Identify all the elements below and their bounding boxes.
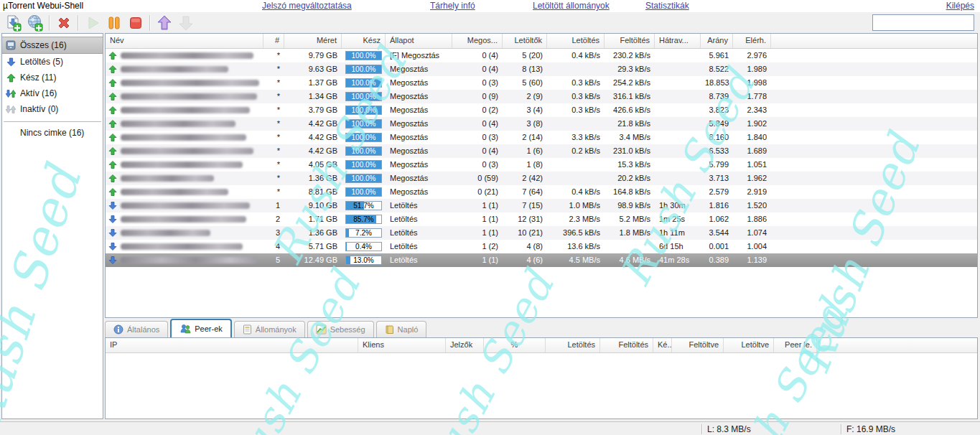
statistics-link[interactable]: Statisztikák — [645, 1, 689, 11]
seeds-cell: 1 (1) — [452, 226, 503, 240]
column-header-client[interactable]: Kliens — [358, 338, 446, 352]
progress-bar: 100.0% — [345, 119, 382, 128]
search-input[interactable] — [873, 17, 980, 28]
progress-percent-label: 7.2% — [346, 229, 381, 238]
torrent-row[interactable]: *1.36 GB100.0%Megosztás0 (59)2 (42)20.2 … — [106, 172, 977, 185]
column-header-num[interactable]: # — [263, 34, 284, 48]
torrent-row[interactable]: 512.49 GB13.0%Letöltés1 (1)4 (6)4.5 MB/s… — [106, 253, 977, 267]
sidebar-item-downloading[interactable]: Letöltés (5) — [2, 54, 103, 70]
sidebar-item-active[interactable]: Aktív (16) — [2, 85, 103, 101]
status-cell: Letöltés — [386, 212, 452, 226]
change-password-link[interactable]: Jelszó megváltoztatása — [262, 1, 352, 11]
column-header-peers[interactable]: Letöltők — [503, 34, 547, 48]
move-up-queue-button[interactable] — [154, 14, 174, 32]
progress-percent-label: 13.0% — [346, 256, 381, 265]
column-header-status[interactable]: Állapot — [386, 34, 452, 48]
column-header-seeds[interactable]: Megos... — [452, 34, 503, 48]
column-header-req[interactable]: Ké... — [653, 338, 672, 352]
sidebar-item-no-label[interactable]: Nincs cimke (16) — [2, 125, 103, 141]
torrent-row[interactable]: 21.71 GB85.7%Letöltés1 (1)12 (31)2.3 MB/… — [106, 212, 977, 226]
downloading-arrow-icon — [108, 215, 117, 224]
torrent-row[interactable]: *8.81 GB100.0%Megosztás0 (21)7 (64)0.4 k… — [106, 185, 977, 199]
redacted-torrent-name — [121, 93, 257, 100]
torrent-row[interactable]: *4.42 GB100.0%Megosztás0 (4)3 (8)21.8 kB… — [106, 117, 977, 131]
column-header-ul[interactable]: Feltöltés — [600, 338, 653, 352]
seeds-cell: 0 (4) — [452, 62, 503, 76]
move-down-queue-button[interactable] — [176, 14, 196, 32]
column-header-ul[interactable]: Feltöltés — [605, 34, 655, 48]
column-header-avail[interactable]: Elérh. — [733, 34, 771, 48]
disk-space-info-link[interactable]: Tárhely infó — [430, 1, 475, 11]
column-header-percent[interactable]: % — [484, 338, 546, 352]
torrent-name-cell — [106, 76, 263, 90]
eta-cell — [655, 76, 701, 90]
remove-torrent-button[interactable] — [54, 14, 74, 32]
column-header-size[interactable]: Méret — [284, 34, 342, 48]
column-header-ip[interactable]: IP — [106, 338, 358, 352]
upload-speed-cell: 29.3 kB/s — [605, 62, 655, 76]
queue-number-cell: 1 — [263, 199, 284, 212]
torrent-row[interactable]: *4.05 GB100.0%Megosztás0 (3)1 (8)15.3 kB… — [106, 158, 977, 172]
progress-percent-label: 100.0% — [346, 120, 381, 128]
torrent-row[interactable]: 31.36 GB7.2%Letöltés1 (1)10 (21)396.5 kB… — [106, 226, 977, 240]
torrent-row[interactable]: *1.34 GB100.0%Megosztás0 (9)2 (9)0.3 kB/… — [106, 90, 977, 103]
tab-general[interactable]: Általános — [105, 321, 168, 337]
sidebar-item-inactive[interactable]: Inaktív (0) — [2, 101, 103, 117]
progress-bar: 100.0% — [345, 133, 382, 142]
download-speed-cell: 396.5 kB/s — [547, 226, 605, 240]
availability-cell: 2.976 — [733, 49, 771, 62]
column-header-done[interactable]: Kész — [342, 34, 386, 48]
size-cell: 9.79 GB — [284, 49, 342, 62]
seeds-cell: 0 (4) — [452, 49, 503, 62]
tab-peers[interactable]: Peer-ek — [170, 319, 232, 337]
start-button[interactable] — [83, 14, 103, 32]
column-header-dl[interactable]: Letöltés — [547, 34, 605, 48]
size-cell: 12.49 GB — [284, 253, 342, 267]
upload-speed-status: F: 16.9 MB/s — [842, 422, 980, 435]
progress-bar: 100.0% — [345, 106, 382, 115]
column-header-flags[interactable]: Jelzők — [446, 338, 484, 352]
column-header-name[interactable]: Név — [106, 34, 263, 48]
tab-files[interactable]: Állományok — [234, 321, 305, 337]
torrent-row[interactable]: 45.71 GB0.4%Letöltés1 (2)4 (8)13.6 kB/s6… — [106, 240, 977, 253]
status-cell: Megosztás — [386, 103, 452, 117]
torrent-row[interactable]: *4.42 GB100.0%Megosztás0 (3)2 (14)3.3 kB… — [106, 131, 977, 144]
stop-button[interactable] — [126, 14, 146, 32]
column-header-dl[interactable]: Letöltés — [546, 338, 600, 352]
column-header-downloaded[interactable]: Letöltve — [724, 338, 774, 352]
pause-button[interactable] — [104, 14, 124, 32]
downloaded-files-link[interactable]: Letöltött állományok — [533, 1, 610, 11]
torrent-row[interactable]: 19.10 GB51.7%Letöltés1 (1)7 (15)1.0 MB/s… — [106, 199, 977, 212]
add-torrent-url-button[interactable] — [25, 14, 45, 32]
exit-link[interactable]: Kilépés — [946, 1, 974, 11]
progress-cell: 100.0% — [342, 103, 386, 117]
sidebar-item-label: Nincs cimke (16) — [20, 128, 84, 138]
upload-speed-value: F: 16.9 MB/s — [846, 424, 895, 434]
column-header-eta[interactable]: Hátrav... — [655, 34, 701, 48]
download-speed-cell: 3.3 kB/s — [547, 131, 605, 144]
tab-log[interactable]: Napló — [376, 321, 427, 337]
ratio-cell: 1.062 — [701, 212, 733, 226]
sidebar-item-completed[interactable]: Kész (11) — [2, 70, 103, 85]
column-header-filler — [817, 338, 977, 352]
seeding-arrow-icon — [108, 78, 117, 88]
peers-cell: 3 (4) — [503, 103, 547, 117]
torrent-row[interactable]: *3.79 GB100.0%Megosztás0 (2)3 (4)0.3 kB/… — [106, 103, 977, 117]
column-header-uploaded[interactable]: Feltöltve — [672, 338, 724, 352]
column-header-ratio[interactable]: Arány — [701, 34, 733, 48]
eta-cell — [655, 172, 701, 185]
column-header-peerdl[interactable]: Peer le. — [774, 338, 817, 352]
download-speed-cell: 0.3 kB/s — [547, 103, 605, 117]
eta-cell — [655, 49, 701, 62]
torrent-row[interactable]: *1.37 GB100.0%Megosztás0 (3)5 (60)0.3 kB… — [106, 76, 977, 90]
torrent-row[interactable]: *9.63 GB100.0%Megosztás0 (4)8 (13)29.3 k… — [106, 62, 977, 76]
seeds-cell: 1 (2) — [452, 240, 503, 253]
torrent-row[interactable]: *4.42 GB100.0%Megosztás0 (4)1 (6)0.2 kB/… — [106, 144, 977, 158]
peers-icon — [179, 324, 191, 334]
add-torrent-file-button[interactable] — [4, 14, 24, 32]
tab-speed[interactable]: Sebesség — [307, 321, 374, 337]
torrent-row[interactable]: *9.79 GB100.0%[F] Megosztás0 (4)5 (20)0.… — [106, 49, 977, 62]
sidebar-item-all[interactable]: Összes (16) — [2, 37, 103, 54]
queue-number-cell: * — [263, 103, 284, 117]
availability-cell: 1.139 — [733, 253, 771, 267]
